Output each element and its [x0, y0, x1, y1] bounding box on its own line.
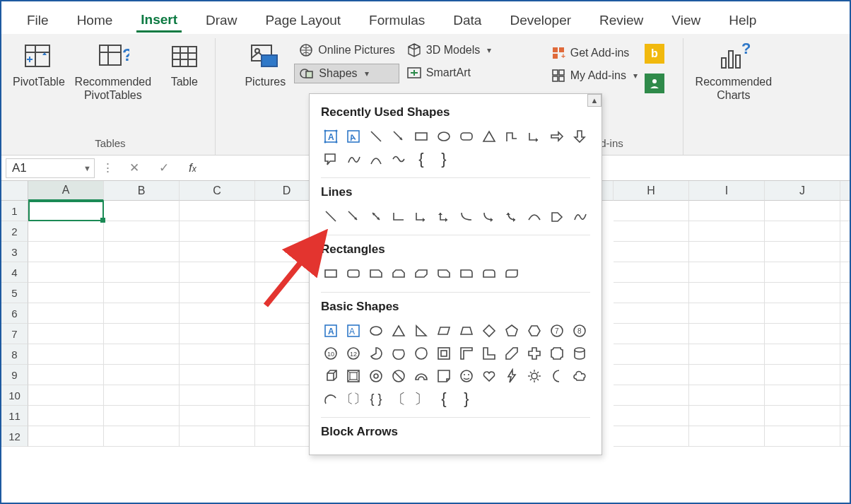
row-header[interactable]: 9 [1, 365, 28, 385]
shape-triangle[interactable] [389, 321, 409, 341]
shape-textbox[interactable]: A [321, 321, 341, 341]
recommended-pivottables-button[interactable]: ? Recommended PivotTables [71, 40, 155, 102]
online-pictures-button[interactable]: Online Pictures [294, 41, 399, 59]
bing-addin-icon[interactable]: b [645, 44, 664, 64]
shape-arc[interactable] [366, 149, 386, 169]
smartart-button[interactable]: SmartArt [402, 64, 495, 82]
shape-callout[interactable] [321, 149, 341, 169]
shape-l-shape[interactable] [479, 344, 499, 363]
shape-down-arrow[interactable] [570, 127, 589, 146]
shape-right-brace[interactable]: } [457, 389, 476, 409]
row-header[interactable]: 5 [1, 283, 28, 303]
shape-snip2-rect[interactable] [389, 264, 409, 283]
cell[interactable] [180, 201, 255, 221]
row-header[interactable]: 1 [1, 201, 28, 221]
shape-elbow-arrow-connector[interactable] [411, 206, 431, 226]
shape-left-bracket[interactable]: 〔 [389, 389, 409, 409]
col-header[interactable]: A [28, 181, 104, 201]
shape-curved-connector[interactable] [457, 206, 476, 226]
shape-right-brace[interactable]: } [434, 149, 454, 169]
shape-elbow-arrow[interactable] [524, 127, 544, 146]
cancel-formula-button[interactable]: ✕ [119, 160, 149, 175]
shape-rect[interactable] [321, 264, 341, 283]
cell[interactable] [28, 201, 104, 221]
shape-teardrop[interactable] [411, 344, 431, 363]
shape-oval[interactable] [366, 321, 386, 341]
pictures-button[interactable]: Pictures [239, 40, 291, 88]
shape-folded-corner[interactable] [434, 366, 454, 386]
tab-help[interactable]: Help [724, 10, 761, 31]
shape-heptagon[interactable]: 7 [547, 321, 567, 341]
shape-rounded-rect[interactable] [344, 264, 363, 283]
shape-half-frame[interactable] [457, 344, 476, 363]
shape-scribble[interactable] [570, 206, 589, 226]
shape-triangle[interactable] [479, 127, 499, 146]
shape-sun[interactable] [524, 366, 544, 386]
shape-decagon[interactable]: 10 [321, 344, 341, 363]
shape-left-brace[interactable]: { [434, 389, 454, 409]
shape-no-symbol[interactable] [389, 366, 409, 386]
cell[interactable] [840, 201, 851, 221]
shape-snip-round-rect[interactable] [434, 264, 454, 283]
shape-block-arc[interactable] [411, 366, 431, 386]
cell[interactable] [765, 201, 840, 221]
shape-elbow-double-arrow[interactable] [434, 206, 454, 226]
shape-parallelogram[interactable] [434, 321, 454, 341]
select-all-corner[interactable] [1, 181, 28, 201]
shape-chord[interactable] [389, 344, 409, 363]
shape-rectangle[interactable] [411, 127, 431, 146]
shape-heart[interactable] [479, 366, 499, 386]
tab-review[interactable]: Review [595, 10, 647, 31]
shape-diamond[interactable] [479, 321, 499, 341]
3d-models-button[interactable]: 3D Models ▾ [402, 41, 495, 59]
shape-line-double-arrow[interactable] [366, 206, 386, 226]
tab-draw[interactable]: Draw [201, 10, 241, 31]
col-header[interactable]: C [180, 181, 255, 201]
row-header[interactable]: 8 [1, 344, 28, 365]
shape-left-brace[interactable]: { [411, 149, 431, 169]
tab-view[interactable]: View [667, 10, 705, 31]
shape-double-brace[interactable]: { } [366, 389, 386, 409]
row-header[interactable]: 6 [1, 303, 28, 324]
shape-line[interactable] [321, 206, 341, 226]
row-header[interactable]: 4 [1, 262, 28, 283]
tab-insert[interactable]: Insert [136, 9, 182, 33]
shape-plus[interactable] [524, 344, 544, 363]
col-header[interactable]: H [614, 181, 689, 201]
shape-pie[interactable] [366, 344, 386, 363]
shape-rounded-rect[interactable] [457, 127, 476, 146]
shape-right-triangle[interactable] [411, 321, 431, 341]
shape-curved-double-arrow[interactable] [502, 206, 522, 226]
shape-elbow-connector[interactable] [389, 206, 409, 226]
shape-lightning[interactable] [502, 366, 522, 386]
tab-data[interactable]: Data [449, 10, 486, 31]
col-header[interactable]: J [765, 181, 840, 201]
shape-snip-diag-rect[interactable] [411, 264, 431, 283]
shape-arc[interactable] [321, 389, 341, 409]
shape-cloud[interactable] [570, 366, 589, 386]
accept-formula-button[interactable]: ✓ [149, 160, 179, 175]
shape-smiley[interactable] [457, 366, 476, 386]
tab-formulas[interactable]: Formulas [365, 10, 429, 31]
shapes-button[interactable]: Shapes ▾ [294, 64, 399, 83]
get-addins-button[interactable]: + Get Add-ins [546, 44, 642, 62]
shape-curved-arrow-connector[interactable] [479, 206, 499, 226]
my-addins-button[interactable]: My Add-ins ▾ [546, 66, 642, 85]
shape-frame[interactable] [434, 344, 454, 363]
shape-curve[interactable] [524, 206, 544, 226]
shape-right-arrow[interactable] [547, 127, 567, 146]
shape-double-bracket[interactable]: 〔〕 [344, 389, 363, 409]
shape-arrow-line[interactable] [389, 127, 409, 146]
shape-hexagon[interactable] [524, 321, 544, 341]
col-header[interactable]: B [104, 181, 180, 201]
tab-developer[interactable]: Developer [505, 10, 575, 31]
pivottable-button[interactable]: PivotTable [10, 40, 68, 88]
row-header[interactable]: 7 [1, 324, 28, 344]
tab-home[interactable]: Home [73, 10, 117, 31]
table-button[interactable]: Table [158, 40, 211, 88]
col-header[interactable]: K [840, 181, 851, 201]
row-header[interactable]: 12 [1, 426, 28, 447]
shape-can[interactable] [570, 344, 589, 363]
cell[interactable] [614, 201, 689, 221]
cell[interactable] [689, 201, 765, 221]
